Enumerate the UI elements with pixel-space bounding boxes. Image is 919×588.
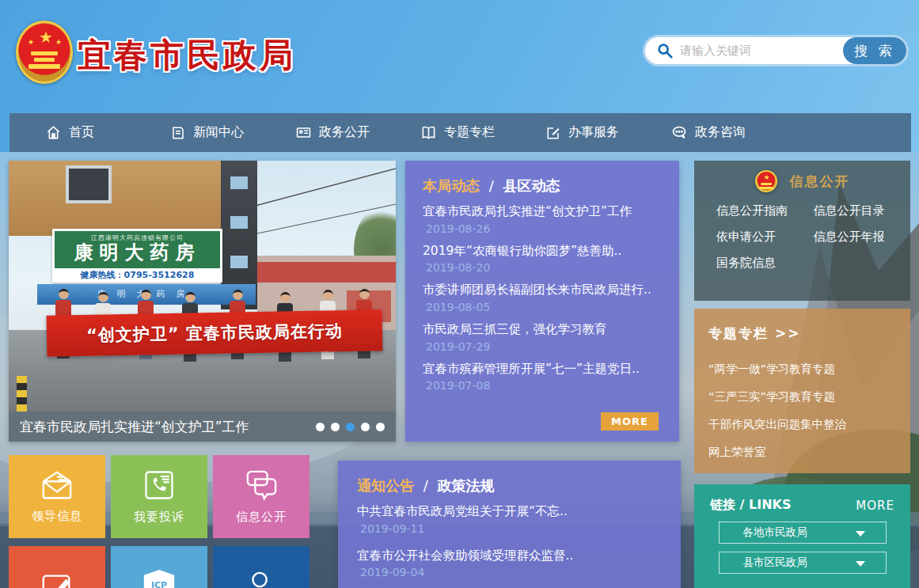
home-icon <box>46 125 61 140</box>
topic-link[interactable]: 干部作风突出问题集中整治 <box>708 417 896 432</box>
topic-link[interactable]: “三严三实”学习教育专题 <box>708 389 896 404</box>
carousel-caption-bar: 宜春市民政局扎实推进“创文护卫”工作 <box>9 412 396 442</box>
carousel-dot-5[interactable] <box>376 423 385 431</box>
link-disclosure-by-request[interactable]: 依申请公开 <box>716 230 814 245</box>
site-title: 宜春市民政局 <box>78 33 296 78</box>
photo-pharmacy-sign: 江西康明大药房连锁有限公司 康明大药房 健康热线：0795-3512628 <box>52 229 222 283</box>
info-panel-title: 信息公开 <box>790 173 850 191</box>
news-item[interactable]: 宜春市殡葬管理所开展”七一”主题党日.. 2019-07-08 <box>423 361 662 393</box>
notice-item[interactable]: 中共宜春市民政局党组关于开展“不忘.. 2019-09-11 <box>357 503 662 535</box>
carousel-dot-4[interactable] <box>361 423 370 431</box>
nav-item-special-topics[interactable]: 专题专栏 <box>421 124 546 141</box>
site-header: ★ ★ ★ 宜春市民政局 搜 索 <box>0 0 919 113</box>
id-card-icon <box>296 125 311 140</box>
national-emblem-logo[interactable]: ★ ★ ★ <box>16 21 73 84</box>
chat-bubbles-icon <box>243 469 279 502</box>
tile-personal-service[interactable] <box>213 546 309 588</box>
nav-item-services[interactable]: 办事服务 <box>546 124 671 141</box>
topic-link[interactable]: “两学一做”学习教育专题 <box>708 362 896 377</box>
carousel-caption: 宜春市民政局扎实推进“创文护卫”工作 <box>20 418 316 436</box>
link-disclosure-guide[interactable]: 信息公开指南 <box>716 203 814 218</box>
info-disclosure-panel: ★ 信息公开 信息公开指南 信息公开目录 依申请公开 信息公开年报 国务院信息 <box>694 161 910 301</box>
chat-icon <box>671 125 687 141</box>
news-item[interactable]: 市委讲师团易长福副团长来市民政局进行.. 2019-08-05 <box>423 282 662 313</box>
tile-icp-record[interactable]: ICP <box>111 546 207 588</box>
topic-link[interactable]: 网上荣誉室 <box>708 445 896 460</box>
carousel-dots <box>316 423 385 431</box>
dropdown-city-bureaus[interactable]: 各地市民政局 <box>719 522 887 544</box>
links-more-button[interactable]: MORE <box>856 499 894 513</box>
photo-building <box>9 161 221 236</box>
news-tabs: 本局动态 / 县区动态 <box>423 176 662 195</box>
edit-square-icon <box>39 570 75 588</box>
nav-item-gov-disclosure[interactable]: 政务公开 <box>296 124 421 141</box>
link-disclosure-catalog[interactable]: 信息公开目录 <box>814 203 911 218</box>
carousel-dot-2[interactable] <box>331 423 340 431</box>
notices-panel: 通知公告 / 政策法规 中共宜春市民政局党组关于开展“不忘.. 2019-09-… <box>338 461 681 588</box>
search-button[interactable]: 搜 索 <box>843 37 906 64</box>
hero-carousel[interactable]: 江西康明大药房连锁有限公司 康明大药房 健康热线：0795-3512628 康明… <box>9 161 396 442</box>
person-icon <box>243 569 279 588</box>
tile-complaint[interactable]: 我要投诉 <box>111 455 207 538</box>
edit-icon <box>546 126 560 140</box>
book-icon <box>421 125 436 140</box>
mail-icon <box>39 469 75 501</box>
main-navigation: 首页 新闻中心 政务公开 专题专栏 办事服务 政务咨询 <box>9 113 911 152</box>
links-panel: 链接 / LINKS MORE 各地市民政局 县市区民政局 <box>694 484 910 588</box>
info-panel-emblem-icon: ★ <box>755 170 777 192</box>
nav-item-news-center[interactable]: 新闻中心 <box>171 124 296 141</box>
photo-banner: “创文护卫” 宜春市民政局在行动 <box>47 309 383 356</box>
tab-county-news[interactable]: 县区动态 <box>503 177 560 194</box>
link-disclosure-annual-report[interactable]: 信息公开年报 <box>814 230 911 245</box>
notice-tabs: 通知公告 / 政策法规 <box>357 476 662 495</box>
tab-policies[interactable]: 政策法规 <box>438 477 495 494</box>
special-topics-panel: 专题专栏 >> “两学一做”学习教育专题 “三严三实”学习教育专题 干部作风突出… <box>694 309 910 473</box>
tab-notices[interactable]: 通知公告 <box>357 477 414 494</box>
nav-item-consultation[interactable]: 政务咨询 <box>671 124 796 141</box>
news-more-button[interactable]: MORE <box>601 412 659 431</box>
chevron-down-icon <box>856 531 865 537</box>
topics-panel-title[interactable]: 专题专栏 >> <box>708 324 896 343</box>
news-item[interactable]: 市民政局三抓三促，强化学习教育 2019-07-29 <box>423 321 662 353</box>
phone-icon <box>142 469 177 502</box>
carousel-dot-3[interactable] <box>346 423 355 431</box>
chevron-down-icon <box>856 561 865 567</box>
tile-write-feedback[interactable] <box>9 546 105 588</box>
nav-item-home[interactable]: 首页 <box>46 124 171 141</box>
notice-item[interactable]: 宜春市公开社会救助领域受理群众监督.. 2019-09-04 <box>357 548 662 579</box>
links-panel-title: 链接 / LINKS <box>710 497 791 514</box>
tab-bureau-news[interactable]: 本局动态 <box>423 177 480 194</box>
page: ★ ★ ★ 宜春市民政局 搜 索 首页 新闻中心 政务公开 <box>0 0 919 588</box>
dropdown-county-bureaus[interactable]: 县市区民政局 <box>719 552 887 574</box>
photo-bollard <box>17 376 27 412</box>
news-icon <box>171 126 185 140</box>
news-item[interactable]: 宜春市民政局扎实推进“创文护卫”工作 2019-08-26 <box>423 203 662 235</box>
search-input[interactable] <box>674 44 843 58</box>
photo-window <box>66 165 112 203</box>
search-icon <box>656 42 674 59</box>
bureau-news-panel: 本局动态 / 县区动态 宜春市民政局扎实推进“创文护卫”工作 2019-08-2… <box>405 161 679 442</box>
tile-info-disclosure[interactable]: 信息公开 <box>213 455 309 538</box>
search-bar: 搜 索 <box>643 35 909 66</box>
carousel-dot-1[interactable] <box>316 423 325 431</box>
tile-leadership-info[interactable]: 领导信息 <box>9 455 105 538</box>
news-item[interactable]: 2019年“农商银行助你圆梦”慈善助.. 2019-08-20 <box>423 243 662 275</box>
link-state-council-info[interactable]: 国务院信息 <box>716 256 814 271</box>
